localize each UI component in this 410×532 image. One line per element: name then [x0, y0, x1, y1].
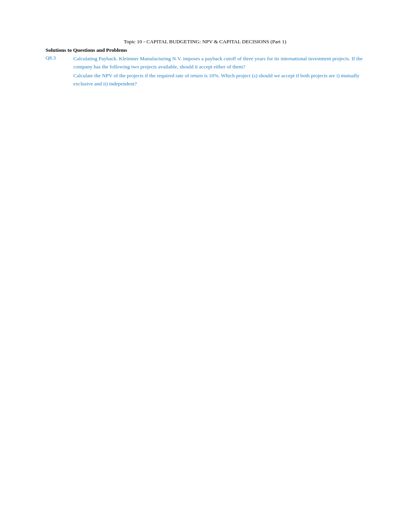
question-body-Q8.3: Calculating Payback. Kleimner Manufactur… — [73, 55, 364, 89]
question-paragraph-Q8.3-0: Calculating Payback. Kleimner Manufactur… — [73, 55, 364, 71]
question-paragraph-Q8.3-1: Calculate the NPV of the projects if the… — [73, 72, 364, 88]
section-header: Solutions to Questions and Problems — [46, 47, 364, 53]
questions-container: Q8.3Calculating Payback. Kleimner Manufa… — [46, 55, 364, 89]
page-title: Topic 10 - CAPITAL BUDGETING: NPV & CAPI… — [46, 39, 364, 45]
question-number-Q8.3: Q8.3 — [46, 55, 73, 89]
page: Topic 10 - CAPITAL BUDGETING: NPV & CAPI… — [0, 0, 410, 532]
question-row-Q8.3: Q8.3Calculating Payback. Kleimner Manufa… — [46, 55, 364, 89]
